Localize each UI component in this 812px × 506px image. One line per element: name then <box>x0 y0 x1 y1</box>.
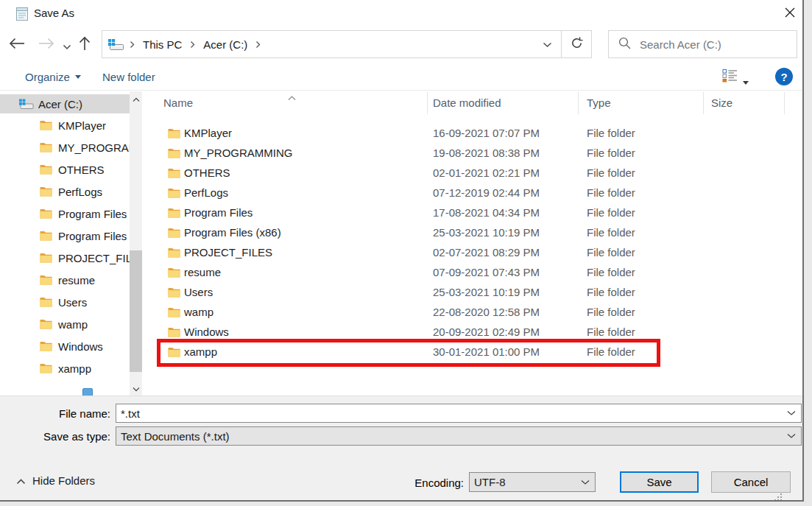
refresh-button[interactable] <box>562 31 591 57</box>
file-row-date: 16-09-2021 07:07 PM <box>433 127 587 139</box>
file-row[interactable]: OTHERS02-01-2021 02:21 PMFile folder <box>162 163 784 183</box>
sidebar-item[interactable]: Windows <box>0 335 130 357</box>
file-row-type: File folder <box>587 226 705 239</box>
file-row[interactable]: PROJECT_FILES02-07-2021 08:29 PMFile fol… <box>162 242 784 262</box>
scrollbar-thumb[interactable] <box>130 250 142 372</box>
sidebar-item[interactable]: Program Files (x86) <box>0 225 130 247</box>
sidebar-item[interactable]: PerfLogs <box>0 180 130 203</box>
column-resize-handle[interactable] <box>578 92 579 114</box>
file-row[interactable]: Program Files (x86)25-03-2021 10:19 PMFi… <box>162 222 784 242</box>
breadcrumb-item[interactable]: Acer (C:) <box>200 38 250 51</box>
encoding-dropdown[interactable]: UTF-8 <box>469 472 596 492</box>
save-as-type-label: Save as type: <box>0 430 110 443</box>
organize-button[interactable]: Organize <box>21 63 85 90</box>
breadcrumb-chevron-icon[interactable] <box>250 41 266 49</box>
organize-label: Organize <box>25 71 70 83</box>
save-as-type-dropdown[interactable]: Text Documents (*.txt) <box>116 426 802 446</box>
file-row-name: resume <box>184 266 433 278</box>
file-row[interactable]: PerfLogs07-12-2019 02:44 PMFile folder <box>162 183 784 203</box>
file-row-date: 07-12-2019 02:44 PM <box>433 186 587 199</box>
resize-grip[interactable] <box>773 492 783 502</box>
view-options-caret-button[interactable] <box>738 69 753 96</box>
breadcrumb-chevron-icon[interactable] <box>185 41 200 49</box>
breadcrumb-chevron-icon[interactable] <box>124 41 140 49</box>
file-row-name: Program Files <box>184 206 433 219</box>
chevron-down-icon <box>581 479 590 485</box>
file-row-type: File folder <box>587 246 705 259</box>
folder-icon <box>40 253 52 263</box>
chevron-down-icon <box>787 434 796 439</box>
sidebar-item[interactable]: Users <box>0 291 130 313</box>
breadcrumb: This PCAcer (C:) <box>124 31 266 57</box>
file-row-date: 19-08-2021 08:38 PM <box>433 147 587 159</box>
folder-icon <box>162 267 184 278</box>
sidebar-item-label: xampp <box>58 362 91 375</box>
new-folder-button[interactable]: New folder <box>98 63 160 90</box>
sidebar-item[interactable]: Program Files <box>0 203 130 225</box>
sidebar-item-label: Program Files <box>58 208 127 220</box>
sidebar-selected-label: Acer (C:) <box>38 98 82 110</box>
up-button[interactable] <box>79 36 91 53</box>
folder-icon <box>162 208 184 218</box>
search-input[interactable] <box>638 38 792 52</box>
file-name-label: File name: <box>0 407 110 420</box>
sidebar-item[interactable]: xampp <box>0 357 130 379</box>
file-row[interactable]: resume07-09-2021 07:43 PMFile folder <box>162 262 784 282</box>
file-row[interactable]: MY_PROGRAMMING19-08-2021 08:38 PMFile fo… <box>162 143 784 163</box>
folder-icon <box>40 164 52 175</box>
sidebar-item[interactable]: resume <box>0 269 130 291</box>
sidebar-item-label: MY_PROGRAMMING <box>58 141 130 154</box>
file-row-date: 20-09-2021 02:49 PM <box>433 326 587 338</box>
file-row-date: 25-03-2021 10:19 PM <box>433 286 587 298</box>
file-row-type: File folder <box>587 326 705 338</box>
address-dropdown-button[interactable] <box>533 31 561 57</box>
folder-tree-pane: Acer (C:) KMPlayerMY_PROGRAMMINGOTHERSPe… <box>0 91 130 396</box>
dialog-footer: File name: Save as type: Text Documents … <box>0 396 804 502</box>
file-row-name: Program Files (x86) <box>184 226 433 239</box>
file-row[interactable]: Users25-03-2021 10:19 PMFile folder <box>162 282 784 302</box>
file-name-input[interactable] <box>116 407 801 421</box>
column-header-size[interactable]: Size <box>711 96 732 109</box>
sidebar-item[interactable]: KMPlayer <box>0 114 130 136</box>
file-row[interactable]: KMPlayer16-09-2021 07:07 PMFile folder <box>162 123 784 143</box>
file-row[interactable]: wamp22-08-2020 12:58 PMFile folder <box>162 302 784 322</box>
breadcrumb-item[interactable]: This PC <box>140 38 185 51</box>
chevron-down-icon <box>543 39 552 50</box>
forward-button[interactable] <box>38 38 54 52</box>
arrow-right-icon <box>38 38 54 52</box>
help-button[interactable]: ? <box>775 68 793 85</box>
sidebar-scrollbar[interactable] <box>130 91 142 396</box>
cancel-button[interactable]: Cancel <box>711 471 791 493</box>
back-button[interactable] <box>9 38 25 52</box>
recent-locations-button[interactable] <box>63 41 71 52</box>
refresh-icon <box>570 36 584 52</box>
file-row[interactable]: Windows20-09-2021 02:49 PMFile folder <box>162 322 784 342</box>
folder-icon <box>162 128 184 138</box>
sidebar-item-acer-c[interactable]: Acer (C:) <box>0 94 130 113</box>
sidebar-item[interactable]: wamp <box>0 313 130 335</box>
sidebar-item[interactable]: PROJECT_FILES <box>0 247 130 269</box>
file-row-date: 22-08-2020 12:58 PM <box>433 306 587 318</box>
sidebar-item[interactable]: MY_PROGRAMMING <box>0 136 130 158</box>
file-row[interactable]: xampp30-01-2021 01:00 PMFile folder <box>162 342 784 362</box>
sidebar-item-label: wamp <box>58 318 88 331</box>
file-name-combobox[interactable] <box>116 404 802 423</box>
file-row[interactable]: Program Files17-08-2021 04:34 PMFile fol… <box>162 203 784 222</box>
file-row-type: File folder <box>587 345 705 358</box>
column-header-name[interactable]: Name <box>163 96 193 109</box>
folder-icon <box>40 341 52 351</box>
hide-folders-button[interactable]: Hide Folders <box>12 474 99 488</box>
column-resize-handle[interactable] <box>784 92 785 114</box>
column-resize-handle[interactable] <box>703 92 704 114</box>
column-resize-handle[interactable] <box>427 92 428 114</box>
sidebar-item[interactable]: OTHERS <box>0 158 130 180</box>
scroll-down-button[interactable] <box>130 382 142 394</box>
file-row-name: PROJECT_FILES <box>184 246 433 259</box>
drive-icon <box>108 38 124 51</box>
file-row-date: 02-01-2021 02:21 PM <box>433 166 587 179</box>
column-header-date-modified[interactable]: Date modified <box>433 96 501 109</box>
close-button[interactable] <box>780 4 799 22</box>
column-header-type[interactable]: Type <box>587 96 611 109</box>
save-button[interactable]: Save <box>620 471 699 493</box>
scroll-up-button[interactable] <box>130 93 142 105</box>
